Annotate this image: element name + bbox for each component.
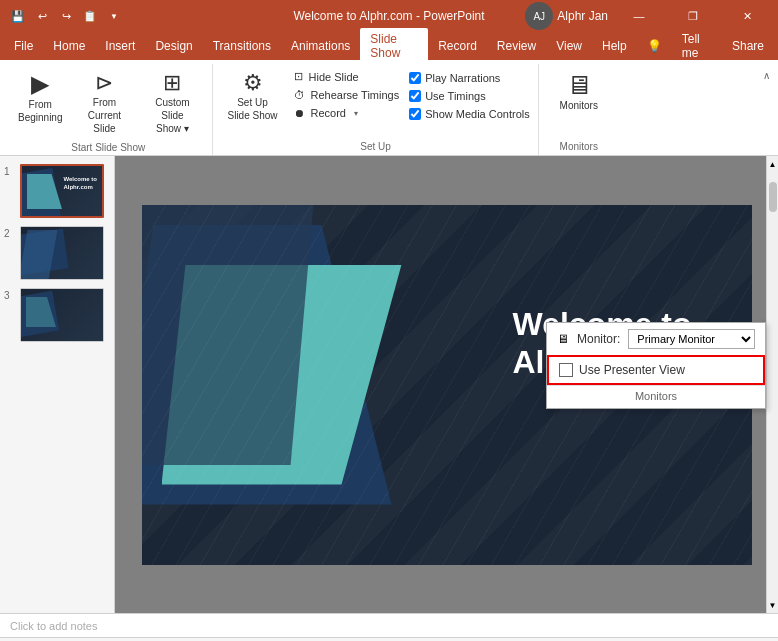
menu-lightbulb-icon[interactable]: 💡 (637, 35, 672, 57)
show-media-checkbox-row: Show Media Controls (409, 106, 530, 122)
undo-icon[interactable]: ↩ (32, 6, 52, 26)
hide-slide-icon: ⊡ (294, 70, 303, 83)
ribbon-collapse-button[interactable]: ∧ (759, 68, 774, 83)
menu-design[interactable]: Design (145, 35, 202, 57)
custom-slideshow-button[interactable]: ⊞ Custom SlideShow ▾ (140, 68, 204, 139)
qat-dropdown-icon[interactable]: ▼ (104, 6, 124, 26)
slide-thumb-1[interactable]: 1 Welcome toAlphr.com (4, 164, 110, 218)
save-icon[interactable]: 💾 (8, 6, 28, 26)
record-dropdown-arrow[interactable]: ▾ (354, 109, 358, 118)
show-media-label: Show Media Controls (425, 108, 530, 120)
menu-home[interactable]: Home (43, 35, 95, 57)
user-area[interactable]: AJ Alphr Jan (525, 2, 608, 30)
menu-transitions[interactable]: Transitions (203, 35, 281, 57)
dropdown-footer: Monitors (547, 385, 765, 408)
hide-slide-button[interactable]: ⊡ Hide Slide (288, 68, 406, 85)
setup-vertical-group: ⊡ Hide Slide ⏱ Rehearse Timings ⏺ Record… (288, 68, 406, 121)
setup-icon: ⚙ (243, 72, 263, 94)
show-media-checkbox[interactable] (409, 108, 421, 120)
menu-tell-me[interactable]: Tell me (672, 28, 722, 64)
minimize-button[interactable]: — (616, 0, 662, 32)
start-group-label: Start Slide Show (71, 139, 145, 156)
from-beginning-button[interactable]: ▶ FromBeginning (12, 68, 68, 128)
monitor-icon: 🖥 (566, 72, 592, 98)
main-area: 1 Welcome toAlphr.com 2 3 (0, 156, 778, 613)
record-row: ⏺ Record ▾ (288, 105, 406, 121)
menu-review[interactable]: Review (487, 35, 546, 57)
hide-slide-label: Hide Slide (309, 71, 359, 83)
menu-slideshow[interactable]: Slide Show (360, 28, 428, 64)
slide-num-1: 1 (4, 164, 16, 177)
present-icon[interactable]: 📋 (80, 6, 100, 26)
monitor-dropdown-label: 🖥 (557, 332, 569, 346)
play-narrations-checkbox[interactable] (409, 72, 421, 84)
setup-slideshow-label: Set UpSlide Show (227, 96, 277, 122)
use-timings-checkbox-row: Use Timings (409, 88, 530, 104)
ribbon-content: ▶ FromBeginning ⊳ FromCurrent Slide ⊞ Cu… (0, 60, 778, 155)
ribbon-group-start: ▶ FromBeginning ⊳ FromCurrent Slide ⊞ Cu… (4, 64, 213, 155)
record-label: Record (311, 107, 346, 119)
monitor-select-row: 🖥 Monitor: Primary Monitor (547, 323, 765, 355)
user-name: Alphr Jan (557, 9, 608, 23)
ribbon-group-monitors: 🖥 Monitors Monitors (539, 64, 619, 155)
checkboxes-group: Play Narrations Use Timings Show Media C… (409, 68, 530, 122)
scroll-thumb[interactable] (769, 182, 777, 212)
presenter-view-row[interactable]: Use Presenter View (547, 355, 765, 385)
record-icon: ⏺ (294, 107, 305, 119)
quick-access-toolbar: 💾 ↩ ↪ 📋 ▼ (8, 6, 124, 26)
slide-thumb-3[interactable]: 3 (4, 288, 110, 342)
status-bar: Slide 1 of 3 📓 English (Philippines) ≡ N… (0, 637, 778, 641)
menu-insert[interactable]: Insert (95, 35, 145, 57)
monitors-label: Monitors (560, 100, 598, 111)
monitors-dropdown-panel: 🖥 Monitor: Primary Monitor Use Presenter… (546, 322, 766, 409)
scroll-down-button[interactable]: ▼ (767, 597, 778, 613)
ribbon-group-setup: ⚙ Set UpSlide Show ⊡ Hide Slide ⏱ Rehear… (213, 64, 538, 155)
menu-share[interactable]: Share (722, 35, 774, 57)
monitors-group-label: Monitors (560, 138, 598, 155)
title-bar-left: 💾 ↩ ↪ 📋 ▼ (8, 6, 124, 26)
use-timings-checkbox[interactable] (409, 90, 421, 102)
menu-record[interactable]: Record (428, 35, 487, 57)
custom-slideshow-label: Custom SlideShow ▾ (146, 96, 198, 135)
use-timings-label: Use Timings (425, 90, 486, 102)
monitor-label-text: Monitor: (577, 332, 620, 346)
slide-thumb-2[interactable]: 2 (4, 226, 110, 280)
slide-preview-1: Welcome toAlphr.com (20, 164, 104, 218)
from-current-button[interactable]: ⊳ FromCurrent Slide (72, 68, 136, 139)
menu-bar: File Home Insert Design Transitions Anim… (0, 32, 778, 60)
clock-icon: ⏱ (294, 89, 305, 101)
menu-animations[interactable]: Animations (281, 35, 360, 57)
notes-area[interactable]: Click to add notes (0, 613, 778, 637)
monitor-select[interactable]: Primary Monitor (628, 329, 755, 349)
menu-view[interactable]: View (546, 35, 592, 57)
scroll-track (767, 172, 778, 597)
start-slideshow-buttons: ▶ FromBeginning ⊳ FromCurrent Slide ⊞ Cu… (12, 64, 204, 139)
scroll-up-button[interactable]: ▲ (767, 156, 778, 172)
ribbon: ▶ FromBeginning ⊳ FromCurrent Slide ⊞ Cu… (0, 60, 778, 156)
play-current-icon: ⊳ (95, 72, 113, 94)
from-beginning-label: FromBeginning (18, 98, 62, 124)
setup-slideshow-button[interactable]: ⚙ Set UpSlide Show (221, 68, 283, 126)
menu-help[interactable]: Help (592, 35, 637, 57)
redo-icon[interactable]: ↪ (56, 6, 76, 26)
canvas-area: Welcome to Alphr.com ▲ ▼ 🖥 Monitor: Prim… (115, 156, 778, 613)
setup-content: ⚙ Set UpSlide Show ⊡ Hide Slide ⏱ Rehear… (221, 64, 529, 138)
vertical-scrollbar: ▲ ▼ (766, 156, 778, 613)
presenter-view-checkbox[interactable] (559, 363, 573, 377)
user-avatar: AJ (525, 2, 553, 30)
slide-panel: 1 Welcome toAlphr.com 2 3 (0, 156, 115, 613)
slide-preview-2 (20, 226, 104, 280)
menu-file[interactable]: File (4, 35, 43, 57)
custom-show-icon: ⊞ (163, 72, 181, 94)
setup-group-label: Set Up (360, 138, 391, 155)
from-current-label: FromCurrent Slide (78, 96, 130, 135)
close-button[interactable]: ✕ (724, 0, 770, 32)
rehearse-timings-label: Rehearse Timings (311, 89, 400, 101)
play-from-start-icon: ▶ (31, 72, 49, 96)
monitors-button[interactable]: 🖥 Monitors (549, 68, 609, 115)
slide-num-2: 2 (4, 226, 16, 239)
monitors-content: 🖥 Monitors (549, 64, 609, 138)
play-narrations-label: Play Narrations (425, 72, 500, 84)
rehearse-timings-button[interactable]: ⏱ Rehearse Timings (288, 87, 406, 103)
record-button[interactable]: ⏺ Record (288, 105, 352, 121)
